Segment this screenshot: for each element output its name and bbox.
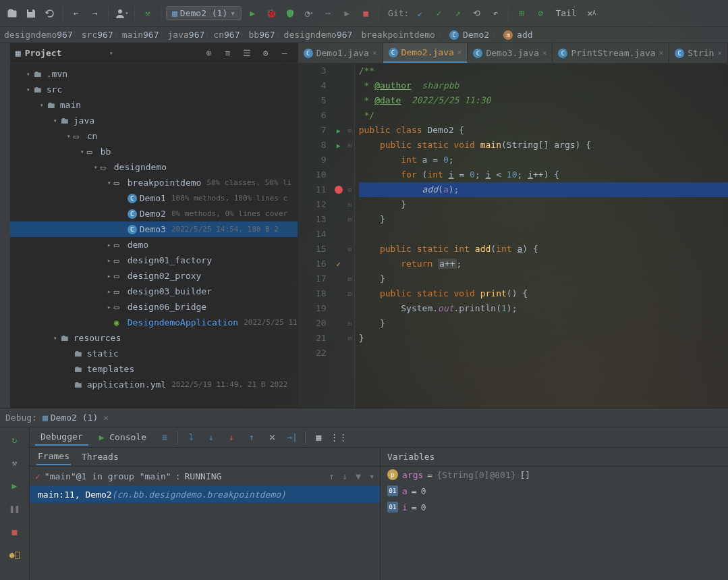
tab-console[interactable]: ▶ Console — [94, 429, 152, 445]
show-exec-icon[interactable]: ≡ — [157, 430, 172, 445]
run-icon[interactable]: ▶ — [244, 5, 260, 22]
tree-item[interactable]: 🖿 application.yml 2022/5/19 11:49, 21 B … — [10, 377, 298, 392]
project-title[interactable]: Project — [25, 48, 105, 58]
tab-file[interactable]: CPrintStream.java× — [553, 43, 669, 63]
git-history-icon[interactable]: ⟲ — [468, 5, 484, 22]
prev-frame-icon[interactable]: ↑ — [329, 471, 335, 481]
git-push-icon[interactable]: ↗ — [449, 5, 466, 22]
stop-icon[interactable]: ■ — [7, 523, 23, 539]
refresh-icon[interactable] — [42, 5, 58, 22]
breadcrumb-item[interactable]: src — [82, 30, 97, 40]
tree-item[interactable]: ▸ ▭ design06_bridge — [10, 299, 298, 315]
tree-item[interactable]: ▾ 🖿 src — [10, 82, 298, 97]
tree-item[interactable]: C Demo2 0% methods, 0% lines cover — [10, 206, 298, 221]
fold-column[interactable]: ⊟⊟⊟⊟⊟⊟⊟⊟⊟⊟ — [345, 63, 355, 408]
tree-item[interactable]: ▸ ▭ design02_proxy — [10, 268, 298, 284]
no-icon[interactable]: ⊘ — [532, 5, 549, 22]
force-step-icon[interactable]: ↓ — [224, 430, 239, 445]
close-tab-icon[interactable]: × — [372, 49, 377, 57]
variable-row[interactable]: p args = {String[0]@801} [] — [381, 467, 728, 483]
evaluate-icon[interactable]: ▦ — [311, 430, 326, 445]
build-icon[interactable]: ⚒ — [140, 5, 156, 22]
pause-icon[interactable]: ❚❚ — [7, 500, 23, 517]
close-tab-icon[interactable]: × — [542, 49, 547, 57]
variable-row[interactable]: 01 i = 0 — [381, 499, 728, 515]
tree-item[interactable]: ▾ 🖿 java — [10, 113, 298, 128]
user-icon[interactable]: ▾ — [113, 5, 130, 22]
breadcrumb-item[interactable]: breakpointdemo — [361, 30, 435, 40]
rerun-icon[interactable]: ↻ — [7, 431, 23, 448]
breadcrumb-class[interactable]: Demo2 — [463, 30, 489, 40]
mute-bp-icon[interactable]: ●⃠ — [7, 546, 23, 562]
hide-icon[interactable]: — — [277, 46, 292, 61]
frame-row[interactable]: main:11, Demo2 (cn.bb.designdemo.breakpo… — [30, 485, 380, 503]
step-out-icon[interactable]: ↑ — [244, 430, 259, 445]
collapse-icon[interactable]: ☰ — [240, 46, 254, 61]
more-icon[interactable]: ▾ — [369, 471, 374, 481]
tree-item[interactable]: ▸ ▭ design01_factory — [10, 253, 298, 268]
step-over-icon[interactable]: ⤵ — [184, 430, 198, 445]
open-icon[interactable] — [4, 5, 20, 22]
project-view-icon[interactable]: ▦ — [16, 48, 21, 58]
profile-icon[interactable]: ◔▾ — [301, 5, 317, 22]
breadcrumb-item[interactable]: bb — [248, 30, 259, 40]
tab-file[interactable]: CStrin× — [669, 43, 728, 63]
breadcrumb-method[interactable]: add — [517, 30, 532, 40]
breadcrumb-item[interactable]: designdemo — [4, 30, 57, 40]
tab-threads[interactable]: Threads — [80, 449, 120, 465]
stop-icon[interactable]: ■ — [358, 5, 374, 22]
tree-item[interactable]: C Demo3 2022/5/25 14:54, 180 B 2 — [10, 221, 298, 237]
tree-item[interactable]: ▾ ▭ bb — [10, 144, 298, 159]
tab-frames[interactable]: Frames — [36, 448, 71, 465]
breadcrumb-item[interactable]: java — [168, 30, 189, 40]
tree-item[interactable]: ▾ ▭ cn — [10, 128, 298, 144]
back-icon[interactable]: ← — [68, 5, 84, 22]
filter-icon[interactable]: ▼ — [356, 471, 361, 481]
tree-item[interactable]: ▾ 🖿 .mvn — [10, 66, 298, 82]
undo-icon[interactable]: ↶ — [487, 5, 503, 22]
tree-item[interactable]: ◉ DesigndemoApplication 2022/5/25 11 — [10, 315, 298, 330]
tree-item[interactable]: ▾ 🖿 resources — [10, 330, 298, 346]
line-gutter[interactable]: 345678910111213141516171819202122 — [298, 63, 332, 408]
variable-row[interactable]: 01 a = 0 — [381, 483, 728, 499]
modify-icon[interactable]: ⚒ — [7, 454, 23, 471]
tree-item[interactable]: 🖿 static — [10, 346, 298, 361]
tab-file[interactable]: CDemo3.java× — [468, 43, 553, 63]
breadcrumb-item[interactable]: designdemo — [284, 30, 337, 40]
thread-row[interactable]: ✓ "main"@1 in group "main" : RUNNING ↑ ↓… — [30, 467, 380, 485]
tree-item[interactable]: C Demo1 100% methods, 100% lines c — [10, 190, 298, 206]
code-editor[interactable]: /** * @author sharpbb * @date 2022/5/25 … — [355, 63, 728, 408]
trace-icon[interactable]: ⋮⋮ — [331, 430, 346, 445]
tree-item[interactable]: ▸ ▭ demo — [10, 237, 298, 253]
locate-icon[interactable]: ⊕ — [202, 46, 217, 61]
breadcrumb-item[interactable]: cn — [213, 30, 224, 40]
tab-file[interactable]: CDemo2.java× — [383, 43, 468, 63]
step-into-icon[interactable]: ↓ — [204, 430, 219, 445]
debug-config[interactable]: ▦ Demo2 (1) × — [43, 413, 109, 423]
tab-file[interactable]: CDemo1.java× — [298, 43, 383, 63]
project-tree[interactable]: ▾ 🖿 .mvn ▾ 🖿 src ▾ 🖿 main ▾ 🖿 java ▾ ▭ — [10, 63, 298, 408]
run-to-cursor-icon[interactable]: →| — [285, 430, 300, 445]
tab-debugger[interactable]: Debugger — [35, 429, 88, 446]
expand-icon[interactable]: ≡ — [221, 46, 235, 61]
coverage-result-icon[interactable]: ⊞ — [513, 5, 530, 22]
resume-icon[interactable]: ▶ — [7, 477, 23, 494]
tree-item[interactable]: 🖿 templates — [10, 361, 298, 377]
next-frame-icon[interactable]: ↓ — [343, 471, 348, 481]
close-tab-icon[interactable]: × — [717, 49, 722, 57]
tree-item[interactable]: ▸ ▭ design03_builder — [10, 284, 298, 299]
debug-icon[interactable]: 🐞 — [263, 5, 279, 22]
git-pull-icon[interactable]: ↙ — [412, 5, 428, 22]
project-dropdown-icon[interactable]: ▾ — [109, 49, 113, 57]
close-icon[interactable]: × — [103, 413, 109, 423]
run-config-selector[interactable]: ▦ Demo2 (1) ▾ — [166, 6, 242, 20]
git-commit-icon[interactable]: ✓ — [430, 5, 447, 22]
tree-item[interactable]: ▾ ▭ designdemo — [10, 159, 298, 175]
gutter-icons[interactable]: ▶▶✓ — [332, 63, 345, 408]
close-tab-icon[interactable]: × — [457, 48, 462, 57]
close-tab-icon[interactable]: × — [659, 49, 664, 57]
drop-frame-icon[interactable]: ⤫ — [264, 430, 279, 445]
attach-icon[interactable]: ⋯ — [320, 5, 336, 22]
step-icon[interactable]: ▶ — [339, 5, 355, 22]
translate-icon[interactable]: ✕A — [584, 5, 600, 22]
